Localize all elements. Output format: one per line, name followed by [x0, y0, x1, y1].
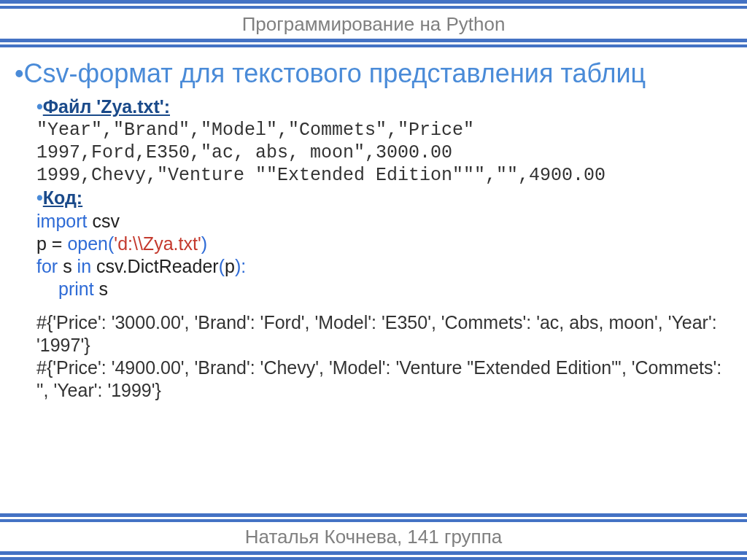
file-line-2: 1997,Ford,E350,"ac, abs, moon",3000.00 — [36, 141, 732, 164]
kw-for: for — [36, 256, 58, 276]
output-block: #{'Price': '3000.00', 'Brand': 'Ford', '… — [36, 311, 732, 402]
code-heading: •Код: — [36, 187, 732, 209]
bottom-stripe — [0, 513, 747, 522]
slide-content: •Csv-формат для текстового представления… — [0, 45, 747, 410]
slide-header-group: Программирование на Python — [0, 0, 747, 47]
top-stripe — [0, 0, 747, 9]
footer-text: Наталья Кочнева, 141 группа — [245, 526, 502, 548]
file-line-1: "Year","Brand","Model","Commets","Price" — [36, 119, 732, 141]
print-arg: s — [94, 279, 108, 299]
slide-footer-group: Наталья Кочнева, 141 группа — [0, 513, 747, 560]
dr-close: ): — [235, 256, 246, 276]
file-heading: •Файл 'Zya.txt': — [36, 96, 732, 118]
kw-import: import — [36, 211, 87, 231]
output-line-2: #{'Price': '4900.00', 'Brand': 'Chevy', … — [36, 357, 732, 402]
str-path: 'd:\\Zya.txt' — [114, 233, 201, 254]
dr-arg: p — [225, 256, 235, 276]
fn-open: open( — [67, 233, 114, 254]
file-line-3: 1999,Chevy,"Venture ""Extended Edition""… — [36, 164, 732, 187]
bottom-stripe-2 — [0, 551, 747, 560]
var-s: s — [58, 256, 77, 276]
header-title: Программирование на Python — [242, 13, 506, 35]
code-block: import csv p = open('d:\\Zya.txt') for s… — [36, 210, 732, 301]
output-line-1: #{'Price': '3000.00', 'Brand': 'Ford', '… — [36, 311, 732, 357]
dictreader: csv.DictReader — [91, 256, 219, 276]
mod-csv: csv — [92, 211, 120, 231]
dr-open: ( — [219, 256, 225, 276]
slide-title: •Csv-формат для текстового представления… — [15, 58, 732, 88]
close-paren: ) — [201, 233, 207, 254]
slide-title-text: Csv-формат для текстового представления … — [24, 58, 646, 88]
file-label: Файл 'Zya.txt': — [43, 96, 170, 117]
code-assign: p = — [36, 233, 67, 254]
kw-print: print — [58, 279, 94, 299]
code-label: Код: — [43, 187, 82, 208]
kw-in: in — [77, 256, 91, 276]
